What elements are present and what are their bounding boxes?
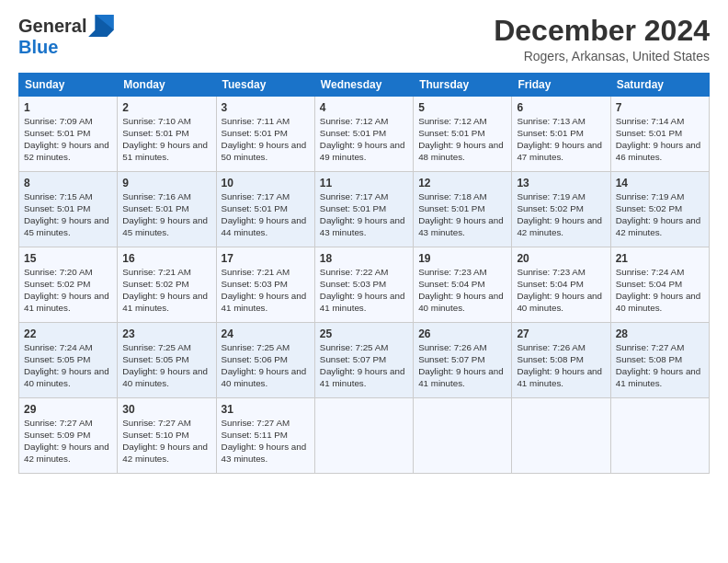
calendar-cell: 9Sunrise: 7:16 AM Sunset: 5:01 PM Daylig… (118, 172, 216, 247)
day-number: 14 (616, 176, 704, 190)
cell-content: Sunrise: 7:25 AM Sunset: 5:05 PM Dayligh… (122, 342, 210, 390)
cell-content: Sunrise: 7:14 AM Sunset: 5:01 PM Dayligh… (616, 116, 704, 164)
day-number: 23 (122, 327, 210, 341)
calendar-cell: 18Sunrise: 7:22 AM Sunset: 5:03 PM Dayli… (314, 247, 413, 323)
day-number: 29 (24, 402, 112, 417)
main-title: December 2024 (494, 15, 710, 47)
calendar-cell: 26Sunrise: 7:26 AM Sunset: 5:07 PM Dayli… (414, 323, 512, 398)
cell-content: Sunrise: 7:26 AM Sunset: 5:08 PM Dayligh… (517, 342, 605, 390)
cell-content: Sunrise: 7:25 AM Sunset: 5:07 PM Dayligh… (320, 342, 408, 390)
day-number: 5 (418, 100, 506, 115)
calendar-cell: 28Sunrise: 7:27 AM Sunset: 5:08 PM Dayli… (610, 323, 709, 398)
logo-icon (88, 15, 114, 37)
cell-content: Sunrise: 7:19 AM Sunset: 5:02 PM Dayligh… (616, 191, 704, 239)
calendar-cell: 13Sunrise: 7:19 AM Sunset: 5:02 PM Dayli… (512, 172, 610, 247)
calendar-body: 1Sunrise: 7:09 AM Sunset: 5:01 PM Daylig… (19, 97, 710, 474)
day-number: 21 (616, 251, 704, 266)
calendar-cell: 3Sunrise: 7:11 AM Sunset: 5:01 PM Daylig… (216, 97, 314, 172)
calendar-week-2: 8Sunrise: 7:15 AM Sunset: 5:01 PM Daylig… (19, 172, 710, 247)
cell-content: Sunrise: 7:22 AM Sunset: 5:03 PM Dayligh… (320, 267, 408, 315)
calendar-cell: 15Sunrise: 7:20 AM Sunset: 5:02 PM Dayli… (19, 247, 118, 323)
cell-content: Sunrise: 7:11 AM Sunset: 5:01 PM Dayligh… (222, 116, 310, 164)
day-header-thursday: Thursday (414, 74, 512, 97)
calendar-container: General Blue December 2024 Rogers, Arkan… (0, 0, 728, 483)
calendar-cell: 1Sunrise: 7:09 AM Sunset: 5:01 PM Daylig… (19, 97, 118, 172)
calendar-cell: 2Sunrise: 7:10 AM Sunset: 5:01 PM Daylig… (118, 97, 216, 172)
cell-content: Sunrise: 7:16 AM Sunset: 5:01 PM Dayligh… (122, 191, 210, 239)
day-number: 15 (24, 251, 112, 266)
day-number: 1 (24, 100, 112, 115)
day-number: 7 (616, 100, 704, 115)
day-header-tuesday: Tuesday (216, 74, 314, 97)
day-header-friday: Friday (512, 74, 610, 97)
calendar-cell (512, 398, 610, 474)
cell-content: Sunrise: 7:17 AM Sunset: 5:01 PM Dayligh… (222, 191, 310, 239)
cell-content: Sunrise: 7:18 AM Sunset: 5:01 PM Dayligh… (418, 191, 506, 239)
calendar-cell: 12Sunrise: 7:18 AM Sunset: 5:01 PM Dayli… (414, 172, 512, 247)
cell-content: Sunrise: 7:24 AM Sunset: 5:05 PM Dayligh… (24, 342, 112, 390)
calendar-cell: 22Sunrise: 7:24 AM Sunset: 5:05 PM Dayli… (19, 323, 118, 398)
calendar-cell: 25Sunrise: 7:25 AM Sunset: 5:07 PM Dayli… (314, 323, 413, 398)
calendar-cell: 30Sunrise: 7:27 AM Sunset: 5:10 PM Dayli… (118, 398, 216, 474)
cell-content: Sunrise: 7:26 AM Sunset: 5:07 PM Dayligh… (418, 342, 506, 390)
day-number: 17 (222, 251, 310, 266)
day-number: 30 (122, 402, 210, 417)
calendar-cell: 29Sunrise: 7:27 AM Sunset: 5:09 PM Dayli… (19, 398, 118, 474)
day-number: 20 (517, 251, 605, 266)
calendar-week-4: 22Sunrise: 7:24 AM Sunset: 5:05 PM Dayli… (19, 323, 710, 398)
cell-content: Sunrise: 7:20 AM Sunset: 5:02 PM Dayligh… (24, 267, 112, 315)
calendar-cell: 24Sunrise: 7:25 AM Sunset: 5:06 PM Dayli… (216, 323, 314, 398)
day-number: 24 (222, 327, 310, 341)
day-number: 11 (320, 176, 408, 190)
calendar-cell: 16Sunrise: 7:21 AM Sunset: 5:02 PM Dayli… (118, 247, 216, 323)
cell-content: Sunrise: 7:25 AM Sunset: 5:06 PM Dayligh… (222, 342, 310, 390)
calendar-cell: 8Sunrise: 7:15 AM Sunset: 5:01 PM Daylig… (19, 172, 118, 247)
day-number: 16 (122, 251, 210, 266)
day-number: 31 (222, 402, 310, 417)
calendar-cell: 20Sunrise: 7:23 AM Sunset: 5:04 PM Dayli… (512, 247, 610, 323)
day-header-wednesday: Wednesday (314, 74, 413, 97)
logo: General Blue (18, 15, 114, 56)
cell-content: Sunrise: 7:12 AM Sunset: 5:01 PM Dayligh… (418, 116, 506, 164)
calendar-week-1: 1Sunrise: 7:09 AM Sunset: 5:01 PM Daylig… (19, 97, 710, 172)
day-number: 18 (320, 251, 408, 266)
day-number: 2 (122, 100, 210, 115)
calendar-cell: 14Sunrise: 7:19 AM Sunset: 5:02 PM Dayli… (610, 172, 709, 247)
cell-content: Sunrise: 7:27 AM Sunset: 5:10 PM Dayligh… (122, 418, 210, 465)
cell-content: Sunrise: 7:10 AM Sunset: 5:01 PM Dayligh… (122, 116, 210, 164)
day-number: 27 (517, 327, 605, 341)
cell-content: Sunrise: 7:19 AM Sunset: 5:02 PM Dayligh… (517, 191, 605, 239)
calendar-week-5: 29Sunrise: 7:27 AM Sunset: 5:09 PM Dayli… (19, 398, 710, 474)
day-number: 19 (418, 251, 506, 266)
calendar-week-3: 15Sunrise: 7:20 AM Sunset: 5:02 PM Dayli… (19, 247, 710, 323)
cell-content: Sunrise: 7:27 AM Sunset: 5:08 PM Dayligh… (616, 342, 704, 390)
day-number: 25 (320, 327, 408, 341)
day-number: 3 (222, 100, 310, 115)
day-header-sunday: Sunday (19, 74, 118, 97)
day-number: 10 (222, 176, 310, 190)
calendar-cell: 21Sunrise: 7:24 AM Sunset: 5:04 PM Dayli… (610, 247, 709, 323)
calendar-cell: 31Sunrise: 7:27 AM Sunset: 5:11 PM Dayli… (216, 398, 314, 474)
title-block: December 2024 Rogers, Arkansas, United S… (494, 15, 710, 63)
day-number: 6 (517, 100, 605, 115)
day-number: 8 (24, 176, 112, 190)
calendar-cell (414, 398, 512, 474)
calendar-header: SundayMondayTuesdayWednesdayThursdayFrid… (19, 74, 710, 97)
cell-content: Sunrise: 7:27 AM Sunset: 5:11 PM Dayligh… (222, 418, 310, 465)
calendar-cell: 11Sunrise: 7:17 AM Sunset: 5:01 PM Dayli… (314, 172, 413, 247)
cell-content: Sunrise: 7:21 AM Sunset: 5:02 PM Dayligh… (122, 267, 210, 315)
calendar-cell (610, 398, 709, 474)
calendar-cell: 17Sunrise: 7:21 AM Sunset: 5:03 PM Dayli… (216, 247, 314, 323)
calendar-cell: 6Sunrise: 7:13 AM Sunset: 5:01 PM Daylig… (512, 97, 610, 172)
calendar-table: SundayMondayTuesdayWednesdayThursdayFrid… (18, 73, 710, 474)
calendar-cell: 19Sunrise: 7:23 AM Sunset: 5:04 PM Dayli… (414, 247, 512, 323)
day-header-saturday: Saturday (610, 74, 709, 97)
calendar-cell: 23Sunrise: 7:25 AM Sunset: 5:05 PM Dayli… (118, 323, 216, 398)
calendar-cell: 5Sunrise: 7:12 AM Sunset: 5:01 PM Daylig… (414, 97, 512, 172)
cell-content: Sunrise: 7:15 AM Sunset: 5:01 PM Dayligh… (24, 191, 112, 239)
day-number: 22 (24, 327, 112, 341)
day-number: 28 (616, 327, 704, 341)
cell-content: Sunrise: 7:17 AM Sunset: 5:01 PM Dayligh… (320, 191, 408, 239)
cell-content: Sunrise: 7:09 AM Sunset: 5:01 PM Dayligh… (24, 116, 112, 164)
calendar-cell: 7Sunrise: 7:14 AM Sunset: 5:01 PM Daylig… (610, 97, 709, 172)
